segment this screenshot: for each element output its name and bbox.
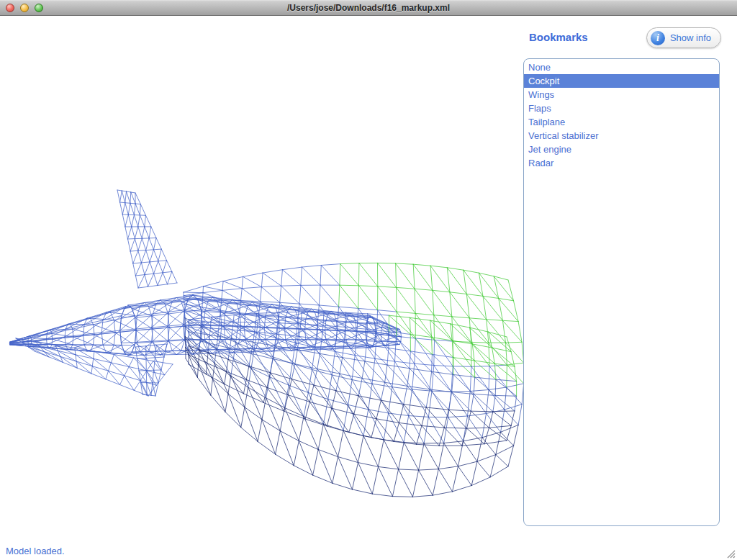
zoom-button[interactable] bbox=[35, 4, 43, 12]
bookmark-item-radar[interactable]: Radar bbox=[524, 156, 719, 170]
resize-grip[interactable] bbox=[725, 548, 736, 559]
bookmarks-list: None Cockpit Wings Flaps Tailplane Verti… bbox=[523, 58, 720, 526]
window-title: /Users/jose/Downloads/f16_markup.xml bbox=[0, 0, 737, 16]
bookmark-item-flaps[interactable]: Flaps bbox=[524, 101, 719, 115]
window-titlebar: /Users/jose/Downloads/f16_markup.xml bbox=[0, 0, 737, 16]
bookmark-item-tailplane[interactable]: Tailplane bbox=[524, 115, 719, 129]
show-info-button[interactable]: i Show info bbox=[646, 27, 721, 48]
bookmark-item-cockpit[interactable]: Cockpit bbox=[524, 74, 719, 88]
window-controls bbox=[6, 4, 43, 12]
bookmarks-title: Bookmarks bbox=[529, 31, 588, 43]
bookmark-item-none[interactable]: None bbox=[524, 60, 719, 74]
bookmark-item-jet-engine[interactable]: Jet engine bbox=[524, 143, 719, 156]
info-icon: i bbox=[651, 31, 665, 45]
close-button[interactable] bbox=[6, 4, 14, 12]
bookmark-item-vertical-stabilizer[interactable]: Vertical stabilizer bbox=[524, 129, 719, 143]
minimize-button[interactable] bbox=[20, 4, 29, 12]
show-info-label: Show info bbox=[670, 32, 711, 43]
app-window: /Users/jose/Downloads/f16_markup.xml Boo… bbox=[0, 0, 737, 560]
bookmark-item-wings[interactable]: Wings bbox=[524, 88, 719, 101]
status-message: Model loaded. bbox=[6, 546, 65, 556]
